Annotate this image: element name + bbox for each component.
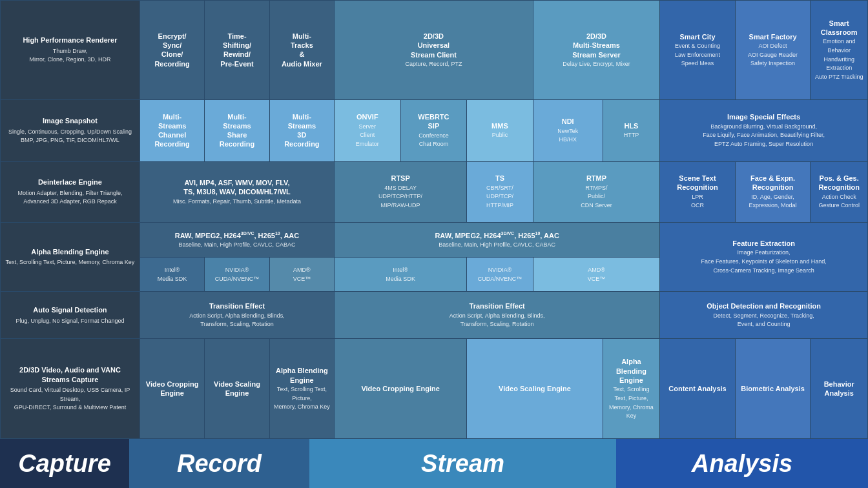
high-perf-title: High Performance Renderer <box>5 36 136 45</box>
cell-webrtc: WEBRTCSIP ConferenceChat Room <box>400 99 467 161</box>
2d3d-client-text: 2D/3DUniversalStream Client <box>411 32 457 59</box>
biometric-analysis-text: Biometric Analysis <box>741 385 805 392</box>
scene-text-title: Scene Text Recognition <box>677 174 718 191</box>
alpha-record-text: Alpha Blending Engine <box>276 367 328 383</box>
footer-analysis: Analysis <box>616 439 868 488</box>
ts-sub: CBR/SRT/UDP/TCP/HTTP/MIP <box>486 185 513 208</box>
ts-text: TS <box>495 174 504 182</box>
cell-scene-text: Scene Text Recognition LPROCR <box>660 161 736 222</box>
cell-auto-signal: Auto Signal Detection Plug, Unplug, No S… <box>1 291 140 338</box>
cell-2d3d-capture: 2D/3D Video, Audio and VANCStreams Captu… <box>1 339 140 439</box>
cell-face-expn: Face & Expn. Recognition ID, Age, Gender… <box>735 161 811 222</box>
main-container: High Performance Renderer Thumb Draw,Mir… <box>0 0 868 488</box>
cell-onvif: ONVIF ServerClientEmulator <box>335 99 401 161</box>
cell-nvidia-stream: NVIDIA®CUDA/NVENC™ <box>467 258 533 292</box>
footer-analysis-label: Analysis <box>692 450 792 478</box>
intel-record-text: Intel®Media SDK <box>158 267 187 282</box>
cell-2d3d-server: 2D/3DMulti-StreamsStream Server Delay Li… <box>533 1 659 100</box>
webrtc-sub: ConferenceChat Room <box>418 132 449 148</box>
cell-multistreams-3d: Multi-Streams3DRecording <box>269 99 334 161</box>
cell-smart-factory: Smart Factory AOI DefectAOI Gauge Reader… <box>735 1 811 100</box>
smart-city-sub: Event & CountingLaw EnforcementSpeed Mea… <box>675 43 720 66</box>
cell-image-effects: Image Special Effects Background Blurrin… <box>660 99 868 161</box>
alpha-blending-title: Alpha Blending Engine <box>5 247 136 256</box>
webrtc-text: WEBRTCSIP <box>418 113 449 130</box>
codec-record-text: RAW, MPEG2, H2643D/VC, H26510, AAC <box>175 232 299 239</box>
deinterlace-title: Deinterlace Engine <box>5 178 136 187</box>
face-expn-title: Face & Expn. Recognition <box>750 174 795 191</box>
cell-smart-city: Smart City Event & CountingLaw Enforceme… <box>660 1 736 100</box>
mms-sub: Public <box>492 132 508 138</box>
cell-transition-record: Transition Effect Action Script, Alpha B… <box>140 291 334 338</box>
footer-record: Record <box>129 439 309 488</box>
face-expn-sub: ID, Age, Gender,Expression, Modal <box>749 194 797 209</box>
cell-feature-extract: Feature Extraction Image Featurization,F… <box>660 222 868 291</box>
smart-classroom-sub: Emotion and BehaviorHandwriting Extracti… <box>815 38 863 80</box>
row-1: High Performance Renderer Thumb Draw,Mir… <box>1 1 868 100</box>
alpha-blending-sub: Text, Scrolling Text, Picture, Memory, C… <box>6 259 135 265</box>
transition-stream-title: Transition Effect <box>470 302 525 310</box>
cell-alpha-stream: Alpha Blending Engine Text, Scrolling Te… <box>603 339 660 439</box>
row-6: 2D/3D Video, Audio and VANCStreams Captu… <box>1 339 868 439</box>
cell-2d3d-client: 2D/3DUniversalStream Client Capture, Rec… <box>335 1 533 100</box>
cell-multistreams-share: Multi-StreamsShareRecording <box>205 99 269 161</box>
cell-video-crop-stream: Video Cropping Engine <box>335 339 467 439</box>
feature-extract-title: Feature Extraction <box>732 239 795 247</box>
nvidia-record-text: NVIDIA®CUDA/NVENC™ <box>215 267 260 282</box>
image-effects-sub: Background Blurring, Virtual Background,… <box>703 123 825 147</box>
row-4a: Alpha Blending Engine Text, Scrolling Te… <box>1 222 868 258</box>
cell-video-scale-record: Video Scaling Engine <box>205 339 269 439</box>
alpha-record-sub: Text, Scrolling Text, Picture,Memory, Ch… <box>274 386 330 410</box>
amd-record-text: AMD®VCE™ <box>293 267 311 282</box>
alpha-stream-sub: Text, Scrolling Text, Picture,Memory, Ch… <box>609 386 654 419</box>
ms-3d-text: Multi-Streams3DRecording <box>284 113 319 148</box>
smart-factory-text: Smart Factory <box>749 33 797 41</box>
alpha-stream-text: Alpha Blending Engine <box>616 358 646 384</box>
cell-behavior-analysis: Behavior Analysis <box>811 339 868 439</box>
rtmp-text: RTMP <box>586 174 606 182</box>
cell-ts: TS CBR/SRT/UDP/TCP/HTTP/MIP <box>467 161 533 222</box>
mms-text: MMS <box>491 122 508 130</box>
footer-record-label: Record <box>177 450 262 478</box>
auto-signal-sub: Plug, Unplug, No Signal, Format Changed <box>16 318 124 324</box>
pos-ges-sub: Action CheckGesture Control <box>818 194 860 209</box>
video-scale-record-text: Video Scaling Engine <box>214 380 260 397</box>
cell-rtmp: RTMP RTMPS/Public/CDN Server <box>533 161 659 222</box>
cell-biometric-analysis: Biometric Analysis <box>735 339 811 439</box>
behavior-analysis-text: Behavior Analysis <box>824 380 854 397</box>
cell-content-analysis: Content Analysis <box>660 339 736 439</box>
img-snapshot-sub: Single, Continuous, Cropping, Up/Down Sc… <box>8 128 132 144</box>
transition-record-title: Transition Effect <box>209 302 265 310</box>
footer: Capture Record Stream Analysis <box>0 439 868 488</box>
hls-sub: HTTP <box>624 132 639 138</box>
2d3d-capture-sub: Sound Card, Virtual Desktop, USB Camera,… <box>10 387 130 411</box>
smart-classroom-text: Smart Classroom <box>821 19 858 36</box>
onvif-sub: ServerClientEmulator <box>356 123 379 147</box>
hls-text: HLS <box>624 122 638 130</box>
cell-timeshifting: Time-Shifting/Rewind/Pre-Event <box>205 1 269 100</box>
intel-stream-text: Intel®Media SDK <box>386 267 415 282</box>
rtsp-text: RTSP <box>391 174 409 182</box>
smart-city-text: Smart City <box>679 33 715 41</box>
cell-video-scale-stream: Video Scaling Engine <box>467 339 603 439</box>
cell-deinterlace: Deinterlace Engine Motion Adapter, Blend… <box>1 161 140 222</box>
transition-stream-sub: Action Script, Alpha Blending, Blinds,Tr… <box>450 312 545 328</box>
cell-nvidia-record: NVIDIA®CUDA/NVENC™ <box>205 258 269 292</box>
formats-sub: Misc. Formats, Repair, Thumb, Subtitle, … <box>173 198 301 205</box>
cell-mms: MMS Public <box>467 99 533 161</box>
video-scale-stream-text: Video Scaling Engine <box>499 385 571 392</box>
object-detect-sub: Detect, Segment, Recognize, Tracking,Eve… <box>714 312 814 328</box>
cell-transition-stream: Transition Effect Action Script, Alpha B… <box>335 291 660 338</box>
feature-extract-sub: Image Featurization,Face Features, Keypo… <box>701 249 827 273</box>
formats-text: AVI, MP4, ASF, WMV, MOV, FLV,TS, M3U8, W… <box>183 179 291 196</box>
2d3d-capture-title: 2D/3D Video, Audio and VANCStreams Captu… <box>5 365 136 384</box>
auto-signal-title: Auto Signal Detection <box>5 305 136 314</box>
scene-text-sub: LPROCR <box>691 194 704 209</box>
row-5: Auto Signal Detection Plug, Unplug, No S… <box>1 291 868 338</box>
cell-rtsp: RTSP 4MS DELAYUDP/TCP/HTTP/MIP/RAW-UDP <box>335 161 467 222</box>
cell-multistreams-channel: Multi-StreamsChannelRecording <box>140 99 204 161</box>
rtsp-sub: 4MS DELAYUDP/TCP/HTTP/MIP/RAW-UDP <box>378 185 422 208</box>
content-analysis-text: Content Analysis <box>668 385 726 392</box>
cell-amd-stream: AMD®VCE™ <box>533 258 659 292</box>
video-crop-stream-text: Video Cropping Engine <box>361 385 439 392</box>
